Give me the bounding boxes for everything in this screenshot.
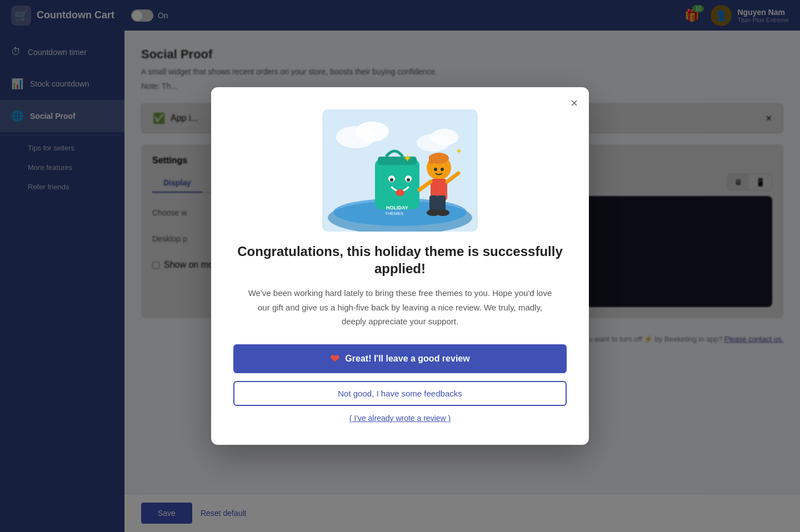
svg-point-2	[356, 122, 389, 142]
svg-rect-18	[429, 155, 433, 164]
heart-icon: ❤	[330, 352, 339, 365]
modal-illustration: HOLIDAY THEMES	[322, 109, 478, 232]
modal: ×	[211, 87, 589, 445]
svg-point-19	[434, 168, 437, 171]
review-button-label: Great! I'll leave a good review	[345, 354, 469, 364]
svg-rect-7	[375, 159, 419, 209]
already-reviewed-link[interactable]: ( I've already wrote a review )	[233, 414, 567, 423]
modal-overlay: ×	[0, 0, 800, 532]
modal-close-button[interactable]: ×	[571, 96, 578, 111]
feedback-button[interactable]: Not good, I have some feedbacks	[233, 381, 567, 406]
svg-point-11	[390, 178, 393, 182]
svg-text:HOLIDAY: HOLIDAY	[386, 205, 408, 210]
svg-point-13	[396, 189, 404, 196]
svg-point-4	[431, 129, 458, 145]
modal-description: We've been working hard lately to bring …	[244, 286, 556, 329]
svg-point-12	[407, 178, 410, 182]
review-button[interactable]: ❤ Great! I'll leave a good review	[233, 344, 567, 373]
svg-text:✦: ✦	[403, 152, 412, 164]
svg-text:✦: ✦	[456, 147, 462, 155]
svg-point-20	[441, 168, 444, 171]
svg-text:THEMES: THEMES	[385, 211, 403, 216]
modal-title: Congratulations, this holiday theme is s…	[233, 243, 567, 277]
svg-point-27	[436, 209, 449, 216]
